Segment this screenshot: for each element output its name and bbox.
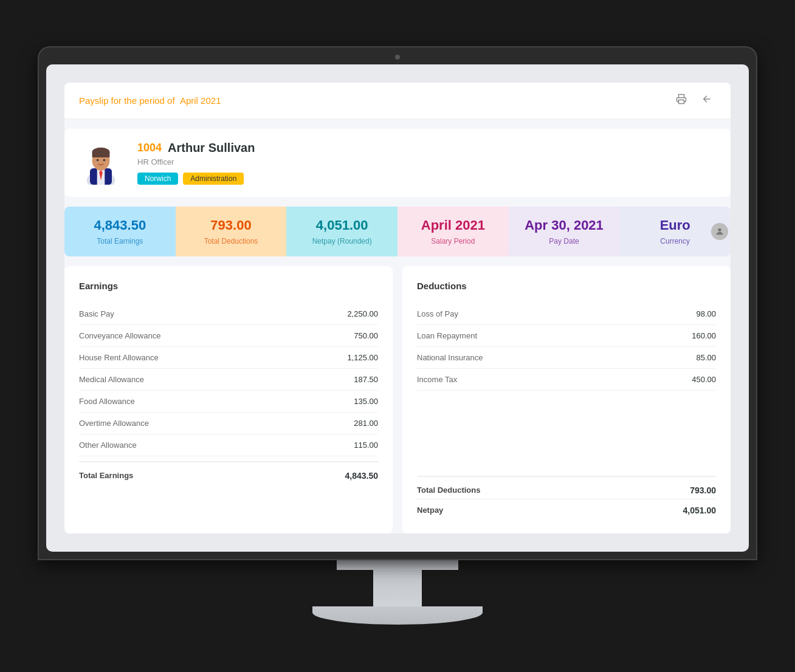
app-container: Payslip for the period of April 2021 xyxy=(64,83,731,533)
header-actions xyxy=(672,92,716,109)
earning-overtime-value: 281.00 xyxy=(354,419,378,428)
svg-point-10 xyxy=(97,159,99,161)
earning-other: Other Allowance 115.00 xyxy=(79,434,378,456)
stat-pay-date-value: Apr 30, 2021 xyxy=(516,218,613,233)
deduction-tax-label: Income Tax xyxy=(417,375,457,384)
deductions-title: Deductions xyxy=(417,281,716,291)
employee-info: 1004 Arthur Sullivan HR Officer Norwich … xyxy=(137,141,716,185)
employee-avatar xyxy=(79,141,123,185)
svg-point-11 xyxy=(103,159,106,161)
earning-overtime: Overtime Allowance 281.00 xyxy=(79,413,378,434)
deduction-loss-of-pay: Loss of Pay 98.00 xyxy=(417,303,716,325)
deductions-total-label: Total Deductions xyxy=(417,485,480,495)
earnings-card: Earnings Basic Pay 2,250.00 Conveyance A… xyxy=(64,266,393,533)
earning-food: Food Allowance 135.00 xyxy=(79,391,378,413)
tags-row: Norwich Administration xyxy=(137,173,716,185)
tag-administration: Administration xyxy=(183,173,244,185)
earning-basic-pay: Basic Pay 2,250.00 xyxy=(79,303,378,325)
print-icon xyxy=(676,94,687,105)
deductions-total-line: Total Deductions 793.00 xyxy=(417,476,716,499)
stat-salary-period: April 2021 Salary Period xyxy=(398,207,509,256)
employee-card: 1004 Arthur Sullivan HR Officer Norwich … xyxy=(64,129,731,197)
earning-conveyance: Conveyance Allowance 750.00 xyxy=(79,325,378,347)
deduction-loan-label: Loan Repayment xyxy=(417,331,477,340)
stat-currency-value: Euro xyxy=(627,218,723,233)
camera-dot xyxy=(395,55,400,60)
stat-total-earnings: 4,843.50 Total Earnings xyxy=(64,207,176,256)
back-button[interactable] xyxy=(698,92,716,109)
payslip-prefix: Payslip for the period of xyxy=(79,95,175,106)
earning-house-rent: House Rent Allowance 1,125.00 xyxy=(79,347,378,369)
monitor-display: Payslip for the period of April 2021 xyxy=(46,64,749,552)
monitor-stand-top xyxy=(337,559,458,570)
deduction-income-tax: Income Tax 450.00 xyxy=(417,369,716,391)
deductions-spacer xyxy=(417,391,716,439)
back-icon xyxy=(701,94,712,105)
deduction-tax-value: 450.00 xyxy=(692,375,716,384)
deductions-total-value: 793.00 xyxy=(690,485,716,495)
employee-id: 1004 xyxy=(137,142,162,154)
payslip-title: Payslip for the period of April 2021 xyxy=(79,95,221,106)
stat-total-earnings-value: 4,843.50 xyxy=(72,218,168,233)
earning-conveyance-value: 750.00 xyxy=(354,331,378,340)
stats-row: 4,843.50 Total Earnings 793.00 Total Ded… xyxy=(64,207,731,256)
deduction-loan-value: 160.00 xyxy=(692,331,716,340)
details-row: Earnings Basic Pay 2,250.00 Conveyance A… xyxy=(64,266,731,533)
svg-point-12 xyxy=(718,228,721,231)
deduction-national-insurance: National Insurance 85.00 xyxy=(417,347,716,369)
stat-total-deductions-value: 793.00 xyxy=(183,218,280,233)
employee-name: Arthur Sullivan xyxy=(168,141,255,155)
deduction-ni-value: 85.00 xyxy=(696,353,716,362)
netpay-value: 4,051.00 xyxy=(683,506,717,515)
employee-name-row: 1004 Arthur Sullivan xyxy=(137,141,716,155)
svg-rect-0 xyxy=(679,100,684,103)
tag-norwich: Norwich xyxy=(137,173,178,185)
stat-total-earnings-label: Total Earnings xyxy=(72,237,168,245)
stat-netpay-label: Netpay (Rounded) xyxy=(294,237,390,245)
earnings-total-label: Total Earnings xyxy=(79,471,133,481)
earning-other-label: Other Allowance xyxy=(79,441,137,450)
earnings-total-value: 4,843.50 xyxy=(345,471,379,481)
user-icon xyxy=(715,227,724,236)
earning-food-label: Food Allowance xyxy=(79,397,135,406)
earning-basic-pay-label: Basic Pay xyxy=(79,309,114,318)
stat-salary-period-label: Salary Period xyxy=(405,237,501,245)
deduction-loan-repayment: Loan Repayment 160.00 xyxy=(417,325,716,347)
deductions-card: Deductions Loss of Pay 98.00 Loan Repaym… xyxy=(402,266,731,533)
earning-medical-label: Medical Allowance xyxy=(79,375,144,384)
earning-house-rent-label: House Rent Allowance xyxy=(79,353,159,362)
corner-avatar-icon xyxy=(711,223,728,240)
earning-basic-pay-value: 2,250.00 xyxy=(347,309,378,318)
earning-medical: Medical Allowance 187.50 xyxy=(79,369,378,391)
earnings-title: Earnings xyxy=(79,281,378,291)
deduction-ni-label: National Insurance xyxy=(417,353,483,362)
employee-role: HR Officer xyxy=(137,157,716,166)
stat-netpay-value: 4,051.00 xyxy=(294,218,390,233)
earning-conveyance-label: Conveyance Allowance xyxy=(79,331,160,340)
stat-netpay: 4,051.00 Netpay (Rounded) xyxy=(286,207,398,256)
deduction-loss-label: Loss of Pay xyxy=(417,309,458,318)
earning-overtime-label: Overtime Allowance xyxy=(79,419,149,428)
netpay-line: Netpay 4,051.00 xyxy=(417,499,716,519)
deduction-loss-value: 98.00 xyxy=(696,309,716,318)
stat-pay-date: Apr 30, 2021 Pay Date xyxy=(509,207,620,256)
avatar-svg xyxy=(79,141,123,185)
svg-rect-9 xyxy=(92,152,110,157)
stat-pay-date-label: Pay Date xyxy=(516,237,613,245)
stat-total-deductions-label: Total Deductions xyxy=(183,237,280,245)
payslip-period: April 2021 xyxy=(180,95,221,106)
payslip-header: Payslip for the period of April 2021 xyxy=(64,83,731,119)
stat-currency-label: Currency xyxy=(627,237,723,245)
monitor-stand-neck xyxy=(373,570,422,606)
earning-food-value: 135.00 xyxy=(354,397,378,406)
print-button[interactable] xyxy=(672,92,690,109)
earnings-total-line: Total Earnings 4,843.50 xyxy=(79,461,378,484)
monitor-wrapper: Payslip for the period of April 2021 xyxy=(39,47,756,625)
earning-house-rent-value: 1,125.00 xyxy=(347,353,378,362)
stat-total-deductions: 793.00 Total Deductions xyxy=(176,207,287,256)
earning-medical-value: 187.50 xyxy=(354,375,378,384)
netpay-label: Netpay xyxy=(417,506,443,515)
stat-salary-period-value: April 2021 xyxy=(405,218,501,233)
monitor-screen: Payslip for the period of April 2021 xyxy=(39,47,756,559)
monitor-stand-base xyxy=(312,606,483,625)
